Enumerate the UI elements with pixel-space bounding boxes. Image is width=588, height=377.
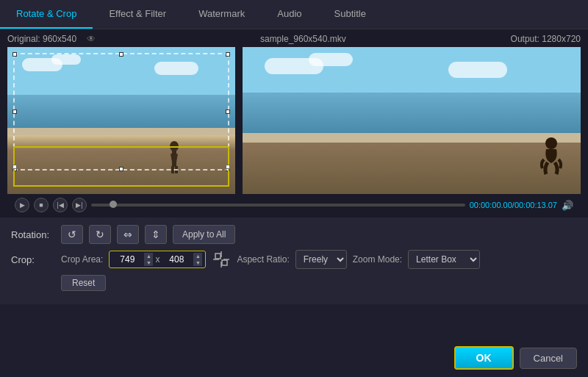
crop-label: Crop:	[11, 254, 55, 265]
eye-icon[interactable]: 👁	[87, 34, 96, 44]
person-silhouette-right	[540, 137, 562, 178]
cloud-r3	[448, 62, 507, 78]
tab-subtitle[interactable]: Subtitle	[318, 0, 382, 29]
original-res-label: Original: 960x540	[7, 34, 76, 44]
tab-subtitle-label: Subtitle	[334, 8, 366, 19]
stop-button[interactable]: ■	[34, 198, 49, 212]
crop-width-spinner: ▲ ▼	[144, 253, 153, 266]
svg-rect-8	[222, 260, 227, 265]
tab-effect-filter[interactable]: Effect & Filter	[93, 0, 182, 29]
crop-height-up[interactable]: ▲	[193, 253, 202, 259]
svg-rect-7	[215, 254, 220, 259]
video-area: Original: 960x540 👁 sample_960x540.mkv O…	[0, 29, 588, 218]
crop-width-input[interactable]	[112, 254, 142, 265]
flip-h-button[interactable]: ⇔	[117, 225, 139, 244]
tab-rotate-crop[interactable]: Rotate & Crop	[0, 0, 93, 29]
right-beach-scene	[243, 47, 581, 194]
zoom-mode-label: Zoom Mode:	[353, 254, 402, 265]
x-separator: x	[155, 254, 159, 265]
play-button[interactable]: ▶	[15, 198, 29, 212]
right-video-panel	[243, 47, 581, 194]
progress-bar[interactable]	[91, 204, 465, 207]
cancel-button[interactable]: Cancel	[520, 348, 577, 369]
aspect-ratio-select[interactable]: Freely 16:9 4:3 1:1	[295, 250, 347, 269]
prev-frame-button[interactable]: |◀	[53, 198, 68, 212]
cloud-r2	[309, 53, 353, 66]
reset-row: Reset	[11, 275, 577, 291]
crop-height-input[interactable]	[162, 254, 191, 265]
video-info-row: Original: 960x540 👁 sample_960x540.mkv O…	[7, 34, 581, 44]
tab-bar: Rotate & Crop Effect & Filter Watermark …	[0, 0, 588, 29]
crop-height-down[interactable]: ▼	[193, 259, 202, 266]
person-silhouette-left	[168, 140, 180, 173]
svg-point-6	[545, 137, 557, 149]
left-video-panel	[7, 47, 235, 194]
crop-area-label: Crop Area:	[61, 254, 103, 265]
tab-rotate-crop-label: Rotate & Crop	[16, 8, 76, 19]
cloud-2	[51, 54, 81, 65]
rotate-ccw-button[interactable]: ↺	[61, 225, 83, 244]
water-left	[7, 95, 235, 128]
center-crop-button[interactable]	[212, 250, 231, 269]
crop-row: Crop: Crop Area: ▲ ▼ x ▲ ▼	[11, 250, 577, 269]
rotation-row: Rotation: ↺ ↻ ⇔ ⇕ Apply to All	[11, 225, 577, 244]
center-icon	[213, 251, 229, 268]
volume-icon[interactable]: 🔊	[562, 200, 573, 211]
time-current: 00:00:00.00	[470, 201, 512, 209]
tab-watermark-label: Watermark	[198, 8, 245, 19]
crop-height-spinner: ▲ ▼	[193, 253, 202, 266]
svg-point-0	[170, 141, 179, 151]
apply-all-button[interactable]: Apply to All	[173, 225, 235, 244]
water-right	[243, 93, 581, 133]
svg-rect-5	[175, 166, 178, 173]
aspect-ratio-label: Aspect Ratio:	[237, 254, 289, 265]
tab-effect-filter-label: Effect & Filter	[109, 8, 166, 19]
flip-v-button[interactable]: ⇕	[145, 225, 167, 244]
time-display: 00:00:00.00/00:00:13.07	[470, 201, 557, 209]
tab-audio-label: Audio	[277, 8, 301, 19]
filename-label: sample_960x540.mkv	[260, 34, 346, 44]
svg-rect-4	[171, 166, 174, 173]
zoom-mode-select[interactable]: Letter Box Pan & Scan Full	[408, 250, 480, 269]
output-res-label: Output: 1280x720	[511, 34, 581, 44]
crop-width-down[interactable]: ▼	[144, 259, 153, 266]
crop-input-group: ▲ ▼ x ▲ ▼	[109, 251, 206, 268]
bottom-bar: OK Cancel	[443, 339, 588, 377]
tab-watermark[interactable]: Watermark	[182, 0, 261, 29]
tab-audio[interactable]: Audio	[261, 0, 318, 29]
progress-dot[interactable]	[110, 201, 117, 208]
next-frame-button[interactable]: ▶|	[72, 198, 87, 212]
left-beach-scene	[7, 47, 235, 194]
controls-panel: Rotation: ↺ ↻ ⇔ ⇕ Apply to All Crop: Cro…	[0, 218, 588, 304]
rotation-label: Rotation:	[11, 229, 55, 240]
reset-button[interactable]: Reset	[61, 275, 106, 291]
videos-row	[7, 47, 581, 194]
rotate-cw-button[interactable]: ↻	[89, 225, 111, 244]
ok-button[interactable]: OK	[454, 346, 514, 370]
crop-width-up[interactable]: ▲	[144, 253, 153, 259]
time-total: 00:00:13.07	[514, 201, 557, 209]
cloud-3	[154, 62, 198, 75]
playback-bar: ▶ ■ |◀ ▶| 00:00:00.00/00:00:13.07 🔊	[7, 194, 581, 216]
